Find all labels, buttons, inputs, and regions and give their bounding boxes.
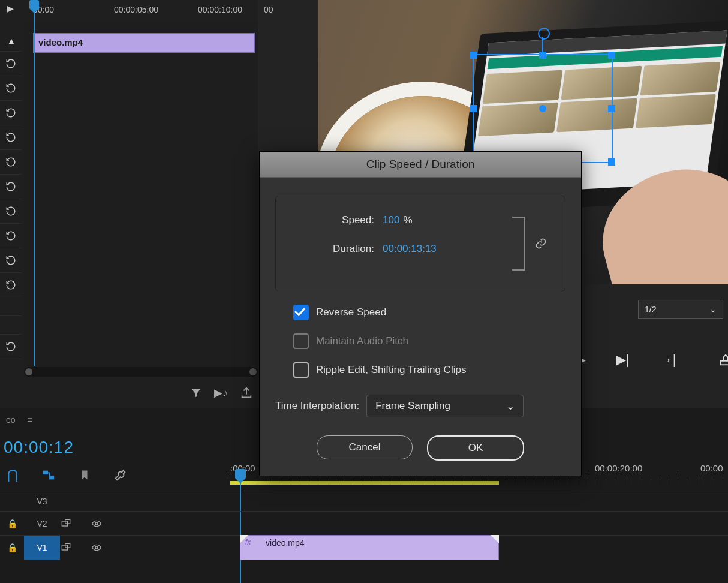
sync-icon[interactable] [60, 543, 90, 552]
track-label[interactable]: V1 [24, 536, 60, 560]
track-v3[interactable]: V3 [0, 492, 728, 510]
play-icon[interactable]: ▶ [7, 4, 14, 13]
undo-icon[interactable] [0, 52, 22, 76]
undo-icon[interactable] [0, 248, 22, 273]
resize-handle[interactable] [608, 52, 615, 59]
link-bracket [512, 217, 525, 271]
chevron-down-icon: ⌄ [709, 305, 717, 314]
maintain-pitch-row: Maintain Audio Pitch [293, 333, 565, 349]
lock-icon[interactable]: 🔒 [0, 543, 24, 552]
undo-icon[interactable] [0, 76, 22, 101]
playhead[interactable] [34, 0, 35, 366]
ruler-label: 00:00:20:00 [595, 463, 642, 473]
time-interpolation-label: Time Interpolation: [275, 400, 359, 412]
resize-handle[interactable] [470, 105, 477, 112]
undo-icon[interactable] [0, 150, 22, 175]
ripple-edit-label: Ripple Edit, Shifting Trailing Clips [316, 364, 466, 376]
resize-handle[interactable] [470, 52, 477, 59]
svg-rect-0 [721, 361, 728, 365]
in-out-range[interactable] [230, 481, 499, 485]
svg-rect-1 [43, 471, 48, 474]
dialog-title: Clip Speed / Duration [260, 152, 581, 178]
svg-point-8 [95, 546, 98, 549]
ruler-label: 00 [264, 5, 273, 14]
center-point[interactable] [539, 105, 546, 112]
time-interpolation-value: Frame Sampling [375, 400, 450, 412]
resize-handle[interactable] [608, 105, 615, 112]
speed-duration-group: Speed: 100 % Duration: 00:00:13:13 [275, 196, 565, 292]
speed-unit: % [403, 214, 412, 226]
panel-menu-icon[interactable]: ≡ [28, 415, 32, 425]
undo-icon[interactable] [0, 273, 22, 297]
zoom-handle-right[interactable] [249, 368, 257, 375]
reverse-speed-checkbox[interactable] [293, 305, 309, 320]
filter-icon[interactable] [190, 387, 202, 399]
clip-area[interactable]: video.mp4 [24, 21, 258, 369]
undo-icon[interactable] [0, 175, 22, 199]
sequence-tab-label[interactable]: eo [6, 415, 16, 425]
resolution-value: 1/2 [645, 305, 656, 314]
track-v2[interactable]: 🔒 V2 [0, 511, 728, 536]
sync-icon[interactable] [60, 519, 90, 528]
linked-selection-icon[interactable] [42, 468, 55, 482]
chevron-down-icon: ⌄ [506, 400, 515, 413]
resize-handle[interactable] [539, 52, 546, 59]
clip-speed-duration-dialog: Clip Speed / Duration Speed: 100 % Durat… [259, 151, 582, 476]
fx-badge: fx [245, 538, 251, 546]
ripple-edit-row[interactable]: Ripple Edit, Shifting Trailing Clips [293, 362, 565, 378]
step-forward-button[interactable]: ▶| [616, 352, 630, 368]
lift-button[interactable] [718, 353, 728, 366]
time-interpolation-dropdown[interactable]: Frame Sampling ⌄ [366, 395, 524, 417]
source-ruler[interactable]: ▶ 00:00 00:00:05:00 00:00:10:00 00 [24, 0, 258, 22]
svg-point-5 [95, 522, 98, 525]
resolution-dropdown[interactable]: 1/2 ⌄ [638, 300, 723, 319]
ruler-label: 00:00:05:00 [114, 5, 158, 14]
marker-icon[interactable] [79, 469, 90, 481]
insert-icon[interactable]: ▶♪ [214, 386, 228, 399]
eye-icon[interactable] [90, 519, 120, 528]
timecode-display[interactable]: 00:00:12 [0, 438, 231, 457]
undo-icon[interactable] [0, 224, 22, 248]
lock-icon[interactable]: 🔒 [0, 519, 24, 528]
track-label[interactable]: V3 [24, 497, 60, 506]
eye-icon[interactable] [90, 543, 120, 552]
cancel-button[interactable]: Cancel [317, 435, 413, 459]
track-label[interactable]: V2 [24, 519, 60, 528]
wrench-icon[interactable] [114, 468, 127, 482]
anchor-point[interactable] [538, 28, 550, 40]
link-icon[interactable] [535, 236, 547, 251]
maintain-pitch-checkbox [293, 333, 309, 349]
clip-name: video.mp4 [266, 538, 305, 548]
duration-label: Duration: [290, 243, 374, 255]
source-clip[interactable]: video.mp4 [33, 33, 255, 53]
export-icon[interactable] [240, 386, 253, 399]
undo-icon[interactable] [0, 101, 22, 125]
ruler-label: 00:00 [700, 463, 723, 473]
undo-icon[interactable] [0, 199, 22, 224]
speed-label: Speed: [290, 214, 374, 226]
resize-handle[interactable] [608, 158, 615, 166]
snap-icon[interactable]: ⋂ [7, 467, 18, 483]
speed-value[interactable]: 100 [383, 214, 399, 226]
reverse-speed-label: Reverse Speed [316, 306, 386, 318]
reverse-speed-row[interactable]: Reverse Speed [293, 305, 565, 320]
ok-button[interactable]: OK [427, 435, 524, 461]
ruler-label: 00:00:10:00 [198, 5, 242, 14]
sequence-clip[interactable]: fx video.mp4 [240, 535, 499, 560]
undo-icon[interactable] [0, 335, 22, 359]
next-edit-button[interactable]: →| [660, 352, 676, 368]
track-column [0, 33, 22, 359]
maintain-pitch-label: Maintain Audio Pitch [316, 335, 408, 347]
zoom-handle-left[interactable] [25, 368, 32, 375]
zoom-scrollbar[interactable] [24, 367, 258, 377]
duration-value[interactable]: 00:00:13:13 [383, 243, 437, 255]
ripple-edit-checkbox[interactable] [293, 362, 309, 378]
source-timeline-panel: ▶ 00:00 00:00:05:00 00:00:10:00 00 ▲ vid… [0, 0, 258, 408]
selection-box[interactable] [473, 54, 613, 163]
undo-icon[interactable] [0, 125, 22, 150]
